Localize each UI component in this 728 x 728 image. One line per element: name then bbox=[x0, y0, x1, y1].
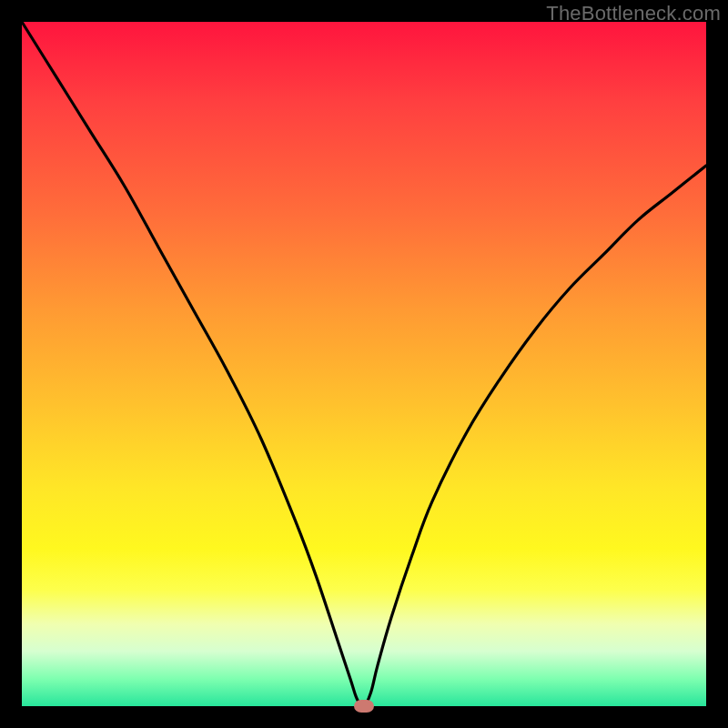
watermark-text: TheBottleneck.com bbox=[546, 2, 721, 25]
curve-path bbox=[22, 22, 706, 706]
minimum-marker bbox=[354, 700, 374, 713]
plot-area bbox=[22, 22, 706, 706]
chart-frame: TheBottleneck.com bbox=[0, 0, 728, 728]
bottleneck-curve bbox=[22, 22, 706, 706]
